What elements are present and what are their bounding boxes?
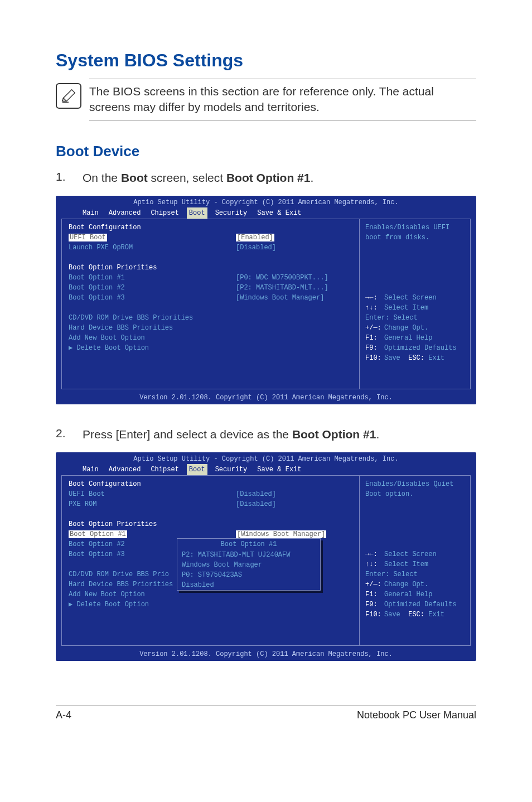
step-text: On the Boot screen, select Boot Option #… bbox=[83, 170, 476, 186]
bios-footer: Version 2.01.1208. Copyright (C) 2011 Am… bbox=[56, 649, 476, 661]
popup-item: P0: ST9750423AS bbox=[177, 570, 320, 580]
row-value: [P0: WDC WD7500BPKT...] bbox=[236, 273, 352, 283]
key: F9: bbox=[365, 600, 384, 610]
row-label: Hard Device BBS Priorities bbox=[69, 323, 236, 333]
bios-body: Boot Configuration UEFI Boot Launch PXE … bbox=[56, 219, 476, 393]
footer-left: A-4 bbox=[56, 709, 71, 721]
val: Select bbox=[393, 571, 417, 578]
text: Delete Boot Option bbox=[76, 601, 149, 608]
row-label: UEFI Boot bbox=[69, 489, 236, 499]
row-label: Boot Option Priorities bbox=[69, 263, 236, 273]
bios-footer: Version 2.01.1208. Copyright (C) 2011 Am… bbox=[56, 393, 476, 404]
val: Optimized Defaults bbox=[384, 601, 457, 608]
text-bold: Boot Option #1 bbox=[226, 171, 311, 184]
bios-nav: →←:Select Screen ↑↓:Select Item Enter: S… bbox=[365, 293, 465, 363]
row-value: [Disabled] bbox=[236, 489, 352, 499]
tab-chipset: Chipset bbox=[148, 207, 181, 219]
bios-center: [Enabled] [Disabled] [P0: WDC WD7500BPKT… bbox=[236, 223, 352, 383]
section-title: Boot Device bbox=[56, 143, 476, 160]
bios-left: Boot Configuration UEFI Boot Launch PXE … bbox=[69, 223, 236, 383]
popup-item: P2: MATSHITABD-MLT UJ240AFW bbox=[177, 550, 320, 560]
step-1: 1. On the Boot screen, select Boot Optio… bbox=[56, 170, 476, 186]
bios-header: Aptio Setup Utility - Copyright (C) 2011… bbox=[56, 452, 476, 464]
row-label: ▶ Delete Boot Option bbox=[69, 600, 236, 610]
bios-help: Enables/Disables Quiet Boot option. bbox=[365, 479, 465, 499]
row-label: Add New Boot Option bbox=[69, 590, 236, 600]
row-label: Boot Configuration bbox=[69, 223, 236, 233]
step-number: 2. bbox=[56, 427, 67, 442]
note-row: The BIOS screens in this section are for… bbox=[56, 79, 476, 120]
bios-main: Boot Configuration UEFI Boot Launch PXE … bbox=[61, 219, 359, 389]
key: ESC: bbox=[408, 611, 424, 619]
val: Optimized Defaults bbox=[384, 344, 457, 352]
bios-help: Enables/Disables UEFI boot from disks. bbox=[365, 223, 465, 243]
row-label: Launch PXE OpROM bbox=[69, 243, 236, 253]
key: +/—: bbox=[365, 579, 384, 590]
val: Save bbox=[384, 354, 400, 362]
bios-screenshot-1: Aptio Setup Utility - Copyright (C) 2011… bbox=[56, 196, 476, 404]
val: General Help bbox=[384, 591, 432, 598]
row-highlight: Boot Option #1 bbox=[69, 530, 127, 538]
triangle-icon: ▶ bbox=[69, 344, 76, 352]
text: Delete Boot Option bbox=[76, 344, 149, 352]
popup-title: Boot Option #1 bbox=[177, 539, 320, 550]
row-value: [Disabled] bbox=[236, 499, 352, 509]
val: Exit bbox=[428, 611, 444, 619]
note-text: The BIOS screens in this section are for… bbox=[89, 79, 476, 120]
text: screen, select bbox=[148, 171, 226, 184]
val: Select Item bbox=[384, 561, 428, 568]
step-number: 1. bbox=[56, 170, 67, 186]
text: . bbox=[310, 171, 313, 184]
bios-main: Boot Configuration UEFI Boot PXE ROM Boo… bbox=[61, 475, 359, 646]
bios-nav: →←:Select Screen ↑↓:Select Item Enter: S… bbox=[365, 549, 465, 620]
key: F1: bbox=[365, 333, 384, 343]
tab-chipset: Chipset bbox=[148, 464, 181, 475]
text-bold: Boot bbox=[121, 171, 148, 184]
row-label: PXE ROM bbox=[69, 499, 236, 509]
row-label: Boot Option #3 bbox=[69, 293, 236, 303]
row-value: [Disabled] bbox=[236, 243, 352, 253]
key: Enter: bbox=[365, 314, 389, 322]
step-text: Press [Enter] and select a device as the… bbox=[83, 427, 476, 442]
note-icon bbox=[56, 83, 81, 109]
tab-main: Main bbox=[80, 207, 101, 219]
key: Enter: bbox=[365, 571, 389, 578]
pencil-note-icon bbox=[60, 88, 77, 104]
page-title: System BIOS Settings bbox=[56, 50, 476, 71]
row-value: [P2: MATSHITABD-MLT...] bbox=[236, 283, 352, 293]
val: Select Screen bbox=[384, 294, 437, 302]
text-bold: Boot Option #1 bbox=[292, 428, 376, 441]
bios-tabs: Main Advanced Chipset Boot Security Save… bbox=[56, 207, 476, 219]
tab-advanced: Advanced bbox=[107, 207, 143, 219]
text: On the bbox=[83, 171, 121, 184]
bios-tabs: Main Advanced Chipset Boot Security Save… bbox=[56, 464, 476, 475]
text: . bbox=[376, 428, 379, 441]
tab-advanced: Advanced bbox=[107, 464, 143, 475]
popup-boot-option: Boot Option #1 P2: MATSHITABD-MLT UJ240A… bbox=[177, 538, 321, 591]
page-footer: A-4 Notebook PC User Manual bbox=[56, 706, 476, 721]
tab-main: Main bbox=[80, 464, 101, 475]
row-label: CD/DVD ROM Drive BBS Priorities bbox=[69, 313, 236, 323]
bios-screenshot-2: Aptio Setup Utility - Copyright (C) 2011… bbox=[56, 452, 476, 661]
row-value: [Windows Boot Manager] bbox=[236, 530, 326, 538]
val: Select Item bbox=[384, 304, 428, 312]
val: Change Opt. bbox=[384, 324, 428, 332]
bios-header: Aptio Setup Utility - Copyright (C) 2011… bbox=[56, 196, 476, 207]
val: Select bbox=[393, 314, 417, 322]
row-value: [Enabled] bbox=[236, 234, 274, 241]
row-highlight: UEFI Boot bbox=[69, 234, 107, 241]
tab-boot: Boot bbox=[187, 207, 207, 219]
key: ↑↓: bbox=[365, 303, 384, 313]
row-label: Boot Option #1 bbox=[69, 273, 236, 283]
val: Select Screen bbox=[384, 550, 437, 558]
row-label: Boot Option Priorities bbox=[69, 519, 236, 529]
bios-side: Enables/Disables UEFI boot from disks. →… bbox=[359, 219, 471, 389]
text: Press [Enter] and select a device as the bbox=[83, 428, 292, 441]
step-2: 2. Press [Enter] and select a device as … bbox=[56, 427, 476, 442]
tab-boot: Boot bbox=[187, 464, 207, 475]
tab-security: Security bbox=[213, 464, 250, 475]
popup-item: Windows Boot Manager bbox=[177, 560, 320, 570]
triangle-icon: ▶ bbox=[69, 601, 76, 608]
row-label: Boot Configuration bbox=[69, 479, 236, 489]
key: ↑↓: bbox=[365, 559, 384, 569]
